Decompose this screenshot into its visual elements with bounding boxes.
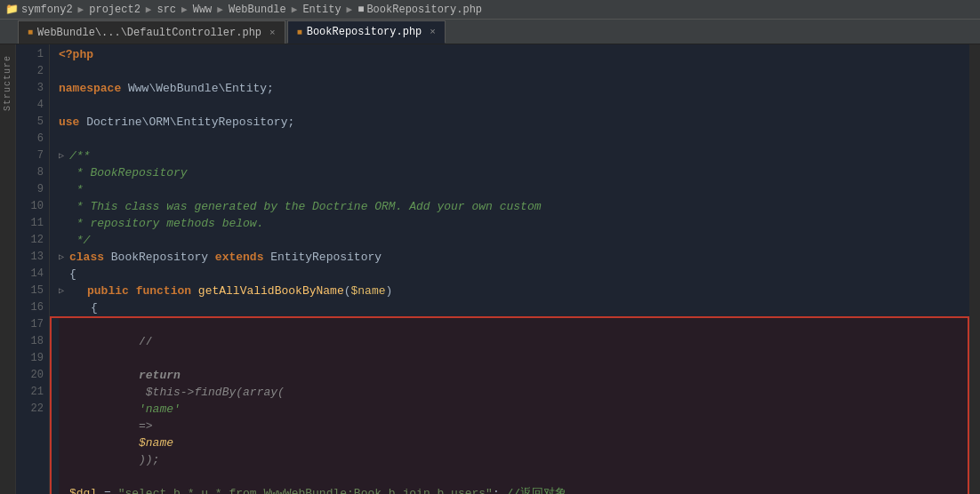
code-token: $name [351,283,386,299]
folder-icon: 📁 [5,3,19,16]
code-token: //返回对象 [507,485,567,494]
code-line-17: // return $this->findBy(array( 'name' =>… [59,316,969,485]
code-token: BookRepository [104,249,215,266]
code-token: * [69,181,84,198]
code-line-12: */ [59,232,969,249]
breadcrumb-sep: ▶ [217,4,223,15]
code-token: "select b.*,u.* from WwwWebBundle:Book b… [118,485,493,494]
code-token: * repository methods below. [69,215,263,232]
close-icon[interactable]: × [269,28,276,38]
code-line-5: use Doctrine\ORM\EntityRepository; [59,114,969,131]
code-line-9: * [59,181,969,198]
tab-bookrepository[interactable]: ■ BookRepository.php × [287,20,446,44]
code-line-6 [59,131,969,147]
breadcrumb-sep: ▶ [78,4,84,15]
breadcrumb-webbundle[interactable]: WebBundle [229,4,286,16]
php-icon: ■ [28,28,33,37]
code-line-14: { [59,266,969,283]
code-token: class [69,249,104,266]
structure-label: Structure [3,55,12,111]
breadcrumb-sep: ▶ [292,4,298,15]
code-line-10: * This class was generated by the Doctri… [59,198,969,215]
breadcrumb-sep: ▶ [181,4,188,15]
php-file-icon: ■ [357,4,364,16]
code-token: use [59,114,79,131]
code-token: extends [215,249,264,266]
tab-label: BookRepository.php [307,26,422,38]
fold-icon[interactable]: ▷ [59,283,69,299]
scrollbar[interactable] [969,44,980,494]
code-token: ; [493,485,507,494]
code-editor[interactable]: <?php namespace Www\WebBundle\Entity; us… [50,44,969,494]
php-icon: ■ [297,28,302,37]
structure-panel: Structure [0,44,16,494]
code-token: public [87,283,129,299]
breadcrumb-label: symfony2 [21,4,73,16]
code-line-11: * repository methods below. [59,215,969,232]
breadcrumb-www[interactable]: Www [193,4,213,16]
code-token: return [139,369,181,382]
tab-defaultcontroller[interactable]: ■ WebBundle\...\DefaultController.php × [18,20,285,44]
code-token: ( [344,283,351,299]
code-token: $dql [69,485,97,494]
code-token: Doctrine\ORM\EntityRepository; [79,114,294,131]
close-icon[interactable]: × [430,27,436,37]
code-line-13: ▷ class BookRepository extends EntityRep… [59,249,969,266]
editor-container: Structure 1 2 3 4 5 6 7 8 9 10 11 12 13 … [0,44,980,494]
code-token: /** [69,147,90,164]
highlighted-block: // return $this->findBy(array( 'name' =>… [59,316,969,494]
code-token [129,283,136,299]
code-token: EntityRepository [263,249,382,266]
line-numbers: 1 2 3 4 5 6 7 8 9 10 11 12 13 14 15 16 1… [16,44,50,494]
code-line-3: namespace Www\WebBundle\Entity; [59,80,969,97]
code-line-15: ▷ public function getAllValidBookByName … [59,283,969,299]
code-token: = [97,485,117,494]
code-token: getAllValidBookByName [198,283,344,299]
code-token: ) [386,283,393,299]
code-line-7: ▷ /** [59,147,969,164]
breadcrumb-label: Entity [302,4,341,16]
code-line-8: * BookRepository [59,164,969,181]
breadcrumb-sep: ▶ [146,4,152,15]
tab-label: WebBundle\...\DefaultController.php [37,27,261,39]
code-token: * This class was generated by the Doctri… [69,198,542,215]
code-token: <?php [59,46,93,63]
code-token: Www\WebBundle\Entity; [121,80,274,97]
code-token: * BookRepository [69,164,188,181]
code-line-1: <?php [59,46,969,63]
breadcrumb-file[interactable]: ■ BookRepository.php [357,4,482,16]
tab-bar: ■ WebBundle\...\DefaultController.php × … [0,20,980,44]
breadcrumb-sep: ▶ [347,4,353,15]
code-token: function [136,283,191,299]
code-token: // return $this->findBy(array( 'name' =>… [69,316,285,485]
code-token: */ [69,232,90,249]
code-token: namespace [59,80,121,97]
breadcrumb-label: src [157,4,176,16]
breadcrumb-label: BookRepository.php [366,4,482,16]
breadcrumb-bar: 📁 symfony2 ▶ project2 ▶ src ▶ Www ▶ WebB… [0,0,980,20]
fold-icon[interactable]: ▷ [59,147,69,164]
breadcrumb-entity[interactable]: Entity [302,4,341,16]
breadcrumb-label: WebBundle [229,4,286,16]
code-line-2 [59,63,969,80]
code-token: { [69,266,76,283]
code-line-16: { [59,299,969,316]
code-token: { [91,299,98,316]
breadcrumb-project2[interactable]: project2 [89,4,141,16]
code-token [191,283,198,299]
breadcrumb-label: Www [193,4,213,16]
breadcrumb-symfony2[interactable]: 📁 symfony2 [5,3,73,16]
code-line-18: $dql = "select b.*,u.* from WwwWebBundle… [59,485,969,494]
code-line-4 [59,97,969,114]
breadcrumb-label: project2 [89,4,141,16]
fold-icon[interactable]: ▷ [59,249,69,266]
breadcrumb-src[interactable]: src [157,4,176,16]
